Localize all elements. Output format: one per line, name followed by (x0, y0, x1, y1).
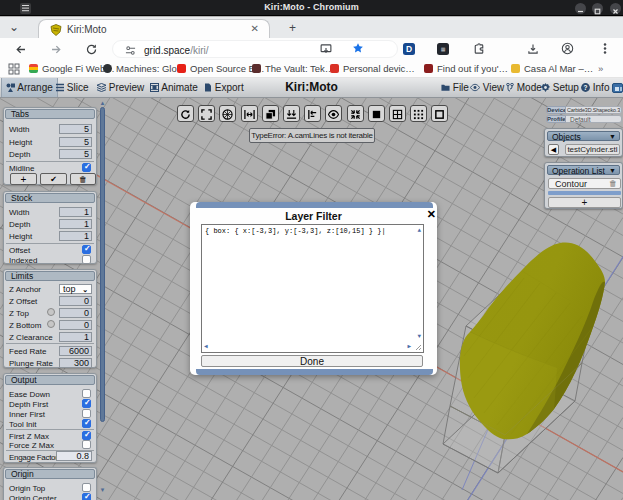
svg-text:?: ? (584, 84, 588, 91)
